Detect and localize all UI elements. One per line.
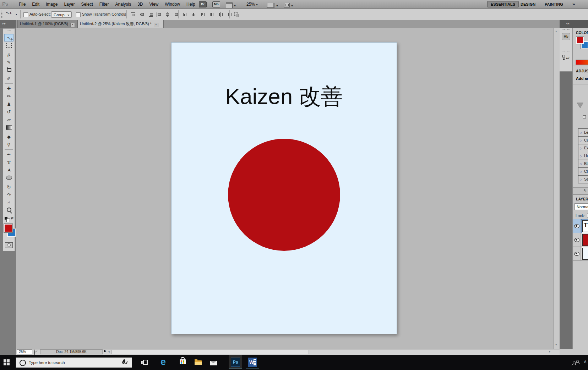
swap-colors-icon[interactable]: ⇄ xyxy=(11,216,13,220)
history-panel-icon[interactable]: ↩ xyxy=(562,55,570,62)
auto-select-checkbox[interactable] xyxy=(23,12,28,17)
align-top-edges-button[interactable] xyxy=(130,12,136,17)
expander-icon[interactable]: ▷ xyxy=(578,139,584,142)
distribute-top-edges-button[interactable] xyxy=(182,12,188,17)
hand-tool[interactable]: ☝ xyxy=(4,199,13,206)
document-canvas[interactable]: Kaizen 改善 xyxy=(171,42,397,334)
expander-icon[interactable]: ▷ xyxy=(578,178,584,181)
options-grip[interactable] xyxy=(1,11,3,18)
blend-mode-dropdown[interactable]: Normal xyxy=(575,203,588,210)
vertical-scrollbar[interactable]: ▴ ▾ xyxy=(553,28,560,349)
right-dock-header[interactable]: ◂◂ xyxy=(560,20,588,28)
scroll-left-icon[interactable]: ◂ xyxy=(108,350,110,353)
taskbar-word-button[interactable]: W xyxy=(246,355,259,369)
gradient-tool[interactable] xyxy=(4,125,13,133)
black-white-presets-row[interactable]: ▷Black & White Presets xyxy=(578,160,588,168)
launch-bridge-button[interactable]: Br xyxy=(199,1,207,7)
menu-window[interactable]: Window xyxy=(162,0,183,9)
tool-preset-dropdown-icon[interactable]: ▾ xyxy=(16,13,17,16)
distribute-vertical-centers-button[interactable] xyxy=(191,12,197,17)
scroll-down-icon[interactable]: ▾ xyxy=(555,343,557,346)
menu-3d[interactable]: 3D xyxy=(134,0,146,9)
workspace-painting-button[interactable]: PAINTING xyxy=(545,0,563,9)
align-horizontal-centers-button[interactable] xyxy=(164,12,170,17)
distribute-left-edges-button[interactable] xyxy=(209,12,215,17)
people-icon[interactable] xyxy=(572,360,579,365)
align-left-edges-button[interactable] xyxy=(156,12,162,17)
channel-mixer-presets-row[interactable]: ▷Channel Mixer Presets xyxy=(578,168,588,176)
layer-row-red-circle[interactable] xyxy=(573,233,588,247)
color-foreground-swatch[interactable] xyxy=(576,36,584,44)
zoom-tool[interactable] xyxy=(4,208,13,215)
status-zoom-input[interactable]: 25% xyxy=(17,349,32,354)
menu-edit[interactable]: Edit xyxy=(29,0,43,9)
gradient-adjustment-icon[interactable] xyxy=(577,103,583,108)
path-selection-tool[interactable]: ➤ xyxy=(4,166,13,174)
show-hidden-icons-chevron[interactable]: ʌ xyxy=(584,359,586,364)
mini-bridge-dock-tile[interactable]: Mb xyxy=(560,28,572,50)
close-icon[interactable]: × xyxy=(70,23,75,27)
hue-saturation-presets-row[interactable]: ▷Hue/Saturation Presets xyxy=(578,152,588,160)
task-view-button[interactable] xyxy=(141,360,148,365)
arrange-documents-button[interactable]: ▾ xyxy=(267,2,278,8)
workspace-essentials-button[interactable]: ESSENTIALS xyxy=(487,1,519,7)
eye-icon[interactable] xyxy=(574,252,579,256)
distribute-bottom-edges-button[interactable] xyxy=(200,12,206,17)
expander-icon[interactable]: ▷ xyxy=(578,147,584,150)
clone-stamp-tool[interactable]: ♟ xyxy=(4,100,13,108)
layer-visibility-cell[interactable] xyxy=(573,233,581,247)
expander-icon[interactable]: ▷ xyxy=(578,162,584,166)
menu-help[interactable]: Help xyxy=(183,0,198,9)
eraser-tool[interactable]: ▱ xyxy=(4,116,13,123)
menu-file[interactable]: File xyxy=(16,0,29,9)
align-right-edges-button[interactable] xyxy=(174,12,180,17)
brush-tool[interactable]: ✏ xyxy=(4,93,13,100)
history-brush-tool[interactable]: ↺ xyxy=(4,108,13,116)
type-tool[interactable]: T xyxy=(4,159,13,166)
blur-tool[interactable]: ◆ xyxy=(4,133,13,140)
foreground-color-swatch[interactable] xyxy=(4,223,13,233)
menu-layer[interactable]: Layer xyxy=(61,0,78,9)
taskbar-photoshop-button[interactable]: Ps xyxy=(229,355,242,369)
dodge-tool[interactable]: ⚲ xyxy=(4,141,13,148)
auto-align-layers-button[interactable] xyxy=(234,12,240,17)
levels-presets-row[interactable]: ▷Levels Presets xyxy=(578,129,588,137)
menu-analysis[interactable]: Analysis xyxy=(112,0,134,9)
screen-mode-button[interactable]: ▾ xyxy=(284,2,293,8)
exposure-presets-row[interactable]: ▷Exposure Presets xyxy=(578,144,588,152)
move-tool[interactable]: ↖✛ xyxy=(4,34,13,42)
scroll-up-icon[interactable]: ▴ xyxy=(555,29,557,33)
workspace-design-button[interactable]: DESIGN xyxy=(521,0,535,9)
mini-bridge-panel-button[interactable]: Mb xyxy=(562,33,570,40)
eye-icon[interactable] xyxy=(574,238,579,242)
quick-mask-mode-button[interactable] xyxy=(5,242,13,248)
panel-grip[interactable] xyxy=(7,31,11,33)
tab-untitled-2-active[interactable]: Untitled-2 @ 25% (Kaizen 改善, RGB/8) *× xyxy=(77,20,164,28)
layer-row-text[interactable]: T xyxy=(573,219,588,233)
status-doc-size[interactable]: Doc: 24.1M/895.6K xyxy=(40,349,103,354)
expander-icon[interactable]: ▷ xyxy=(578,170,584,173)
start-button[interactable] xyxy=(4,359,10,366)
rectangular-marquee-tool[interactable] xyxy=(4,43,13,50)
workspace-overflow-button[interactable]: » xyxy=(572,0,575,9)
layer-thumbnail[interactable]: T xyxy=(582,220,588,232)
quick-selection-tool[interactable]: ✎ xyxy=(4,59,13,66)
layer-row-background[interactable] xyxy=(573,247,588,261)
horizontal-scrollbar-thumb[interactable] xyxy=(111,350,309,354)
3d-rotate-tool[interactable]: ↻ xyxy=(4,183,13,191)
distribute-horizontal-centers-button[interactable] xyxy=(218,12,224,17)
align-vertical-centers-button[interactable] xyxy=(139,12,145,17)
color-spectrum-ramp[interactable] xyxy=(576,60,588,65)
3d-orbit-tool[interactable]: ↷ xyxy=(4,191,13,199)
mail-icon[interactable] xyxy=(210,361,217,365)
edge-icon[interactable]: e xyxy=(160,357,166,368)
file-explorer-icon[interactable] xyxy=(195,360,202,365)
crop-tool[interactable] xyxy=(4,67,13,74)
menu-filter[interactable]: Filter xyxy=(96,0,112,9)
view-extras-button[interactable]: ▾ xyxy=(226,2,235,8)
expander-icon[interactable]: ▷ xyxy=(578,131,584,134)
pen-tool[interactable]: ✒ xyxy=(4,151,13,158)
eye-icon[interactable] xyxy=(574,224,579,228)
show-transform-controls-checkbox[interactable] xyxy=(76,12,81,17)
spot-healing-brush-tool[interactable]: ✚ xyxy=(4,85,13,92)
